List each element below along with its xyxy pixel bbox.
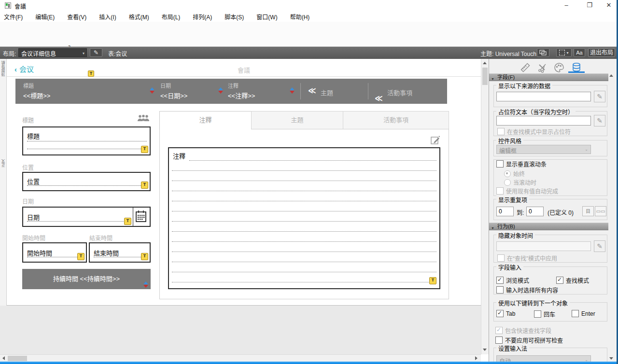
edit-layout-button[interactable]: ✎ [90, 48, 102, 57]
inspector-scroll-up-arrow[interactable] [609, 74, 613, 77]
vertical-scrollbar-checkbox[interactable]: 显示垂直滚动条 [496, 160, 547, 168]
calendar-icon[interactable] [136, 210, 146, 223]
control-style-label: 控件风格 [496, 137, 523, 145]
sample-data-button[interactable]: ▾ [556, 48, 572, 57]
duration-bar[interactable]: 持續時間 <<持續時間>> [22, 269, 151, 289]
field-date[interactable]: 日期 T [22, 207, 151, 227]
hide-object-input[interactable] [496, 241, 591, 251]
inspector-tab-appearance[interactable] [553, 62, 565, 73]
checkbox-icon [495, 336, 503, 344]
top-nav-divider [7, 76, 481, 77]
inspector-scroll-down-arrow[interactable] [609, 357, 613, 360]
scroll-down-arrow[interactable] [483, 349, 487, 351]
data-source-input[interactable] [496, 92, 591, 101]
layout-select[interactable]: 会议详细信息 ▾ [18, 48, 87, 57]
header-field-label: 日期 [160, 82, 171, 89]
enter-key-checkbox[interactable]: Enter [572, 310, 595, 317]
tab-action-items[interactable]: 活動事項 [343, 111, 449, 129]
merge-field[interactable]: <<注釋>> [228, 91, 255, 100]
scroll-left-arrow[interactable] [2, 356, 5, 360]
field-notes[interactable]: 注釋 T [168, 147, 440, 289]
placeholder-edit-button[interactable]: ✎ [594, 115, 605, 126]
menu-arrange[interactable]: 排列(A) [193, 13, 212, 21]
field-title[interactable]: 標題 T [22, 126, 151, 155]
app-icon [5, 2, 11, 9]
band-divider [300, 83, 301, 99]
inspector-tab-position[interactable] [520, 62, 531, 73]
hide-object-edit-button[interactable]: ✎ [594, 240, 605, 252]
sort-diamond-icon [150, 87, 154, 94]
checkbox-icon [572, 310, 579, 317]
filemaker-window: 會議 – ❐ ✕ 文件(F) 编辑(E) 查看(V) 插入(I) 格式(M) 布… [0, 0, 618, 364]
placeholder-label: 占位符文本（当字段为空时） [496, 108, 576, 116]
control-style-select: 编辑框 ⌄ [496, 145, 591, 154]
field-label-start-time: 開始時間 [22, 234, 45, 242]
menu-script[interactable]: 脚本(S) [225, 13, 244, 21]
header-button-topics[interactable]: 主題 [321, 88, 333, 97]
scroll-right-arrow[interactable] [475, 356, 478, 360]
scroll-up-arrow[interactable] [483, 62, 487, 64]
repetitions-to-input[interactable] [526, 207, 544, 216]
attendees-icon [137, 114, 150, 122]
checkbox-icon [556, 277, 563, 284]
menu-view[interactable]: 查看(V) [67, 13, 86, 21]
merge-field[interactable]: <<日期>> [160, 91, 187, 100]
goto-next-object-label: 使用以下键转到下一个对象 [496, 299, 570, 307]
merge-field[interactable]: <<標題>> [23, 91, 50, 100]
data-source-edit-button[interactable]: ✎ [594, 91, 605, 102]
part-label-body[interactable]: 正文 [1, 159, 6, 167]
checkbox-icon [497, 254, 505, 262]
menu-layout[interactable]: 布局(L) [162, 13, 181, 21]
menu-format[interactable]: 格式(M) [129, 13, 149, 21]
repetitions-from-input[interactable] [496, 207, 514, 216]
section-header-behavior[interactable]: 行为(B) [489, 223, 608, 230]
field-labels-button[interactable]: Aa [574, 48, 585, 57]
maximize-button[interactable]: ❐ [582, 0, 597, 11]
horizontal-repetitions-button[interactable]: ▭▭ [595, 206, 606, 216]
text-object-badge: T [124, 218, 131, 225]
no-spell-check-checkbox[interactable]: 不要应用可视拼写检查 [495, 336, 563, 344]
checkbox-icon [496, 160, 504, 168]
exit-layout-button[interactable]: 退出布局 [588, 48, 615, 57]
ruler-icon [520, 62, 531, 73]
checkbox-icon [496, 277, 504, 284]
radio-icon [504, 179, 511, 186]
tab-topics[interactable]: 主題 [251, 111, 343, 129]
themes-icon [539, 50, 547, 56]
menu-window[interactable]: 窗口(W) [256, 13, 277, 21]
vertical-scroll-thumb[interactable] [482, 68, 488, 85]
field-end-time[interactable]: 結束時間 T [89, 242, 151, 263]
browse-mode-checkbox[interactable]: 浏览模式 [496, 276, 529, 284]
placeholder-input[interactable] [496, 116, 591, 126]
section-header-field[interactable]: 字段(F) [489, 73, 608, 81]
canvas-horizontal-scrollbar[interactable] [0, 354, 481, 362]
field-start-time[interactable]: 開始時間 T [22, 242, 87, 263]
select-all-on-entry-checkbox[interactable]: 输入时选择所有内容 [496, 286, 558, 294]
inspector-tab-styles[interactable] [537, 62, 548, 73]
return-key-checkbox[interactable]: 回车 [534, 310, 555, 318]
canvas-vertical-scrollbar[interactable] [481, 59, 489, 354]
find-mode-checkbox[interactable]: 查找模式 [556, 276, 589, 284]
tab-notes[interactable]: 注釋 [159, 111, 251, 130]
palette-icon [554, 62, 564, 73]
calendar-cell-divider [133, 208, 133, 226]
text-object-badge: T [77, 253, 84, 260]
change-theme-button[interactable] [537, 48, 549, 57]
header-field-label: 注釋 [228, 82, 239, 89]
close-button[interactable]: ✕ [602, 0, 616, 11]
checkbox-icon [495, 327, 503, 334]
vertical-repetitions-button[interactable]: 目 [582, 206, 594, 216]
menu-help[interactable]: 帮助(H) [290, 13, 310, 21]
field-location[interactable]: 位置 T [22, 172, 151, 191]
minimize-button[interactable]: – [559, 0, 574, 11]
menu-file[interactable]: 文件(F) [4, 13, 23, 21]
sort-diamond-icon [290, 87, 295, 94]
header-button-action-items[interactable]: 活動事項 [387, 88, 412, 97]
tab-key-checkbox[interactable]: Tab [496, 310, 515, 317]
menu-edit[interactable]: 编辑(E) [35, 13, 55, 21]
theme-label: 主题: Universal Touch [480, 49, 536, 57]
part-label-top-navigation[interactable]: 顶部导航 [1, 61, 6, 76]
menu-insert[interactable]: 插入(I) [99, 13, 116, 21]
horizontal-scroll-thumb[interactable] [8, 356, 27, 361]
edit-notes-icon[interactable] [430, 135, 441, 145]
